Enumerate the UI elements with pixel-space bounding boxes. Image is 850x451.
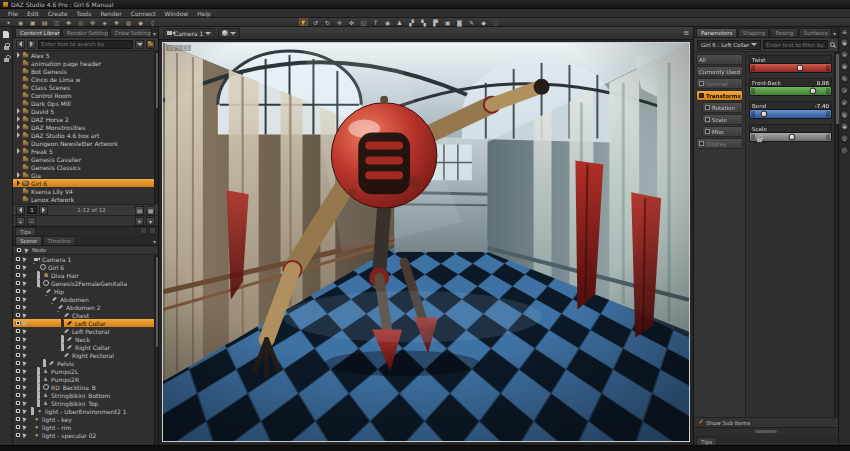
pointer-icon[interactable] — [22, 328, 27, 334]
show-sub-items-row[interactable]: ✓ Show Sub Items — [694, 417, 838, 427]
pane-split-button[interactable] — [140, 227, 147, 234]
group-currently-used[interactable]: Currently Used — [696, 66, 743, 77]
page-prev-button[interactable] — [16, 206, 25, 215]
activity-tab-icon-6[interactable]: ✔ — [840, 98, 849, 107]
eye-icon[interactable] — [15, 313, 21, 317]
scene-node-selected[interactable]: Left Collar — [13, 319, 158, 327]
scene-node[interactable]: light - rim — [13, 423, 158, 431]
slider-track[interactable] — [749, 109, 832, 119]
list-item[interactable]: Dungeon Newsletter Artwork — [13, 139, 158, 147]
pointer-icon[interactable] — [22, 352, 27, 358]
scene-node[interactable]: Pumps2R — [13, 375, 158, 383]
toolbar-icon-04[interactable]: ▤ — [40, 18, 49, 26]
expand-box-icon[interactable] — [699, 81, 704, 86]
splitter-bar[interactable] — [694, 427, 838, 435]
drawstyle-wireframe-icon[interactable]: ▚ — [419, 18, 428, 26]
list-item[interactable]: DAZ Studio 4.6 box art — [13, 131, 158, 139]
grid-view-icon[interactable]: ▦ — [146, 206, 155, 215]
universal-tool-icon[interactable]: ✜ — [347, 18, 356, 26]
toolbar-icon-10[interactable]: ❖ — [112, 18, 121, 26]
scene-node[interactable]: StringBikini_Top — [13, 399, 158, 407]
slider-track[interactable] — [749, 63, 832, 73]
eye-icon[interactable] — [15, 321, 21, 325]
list-item[interactable]: Ksenia Lily V4 — [13, 187, 158, 195]
pointer-tool-icon[interactable] — [299, 18, 308, 26]
menu-help[interactable]: Help — [193, 9, 215, 18]
remove-button[interactable]: − — [27, 217, 36, 226]
node-selection-dropdown[interactable]: Girl 6 : Left Collar — [697, 40, 761, 50]
lock-open-icon[interactable] — [4, 58, 9, 62]
toolbar-icon-02[interactable]: ◉ — [16, 18, 25, 26]
eye-icon[interactable] — [15, 257, 21, 261]
slider-handle[interactable] — [797, 65, 804, 72]
eye-icon[interactable] — [15, 433, 21, 437]
tab-parameters[interactable]: Parameters — [696, 28, 737, 37]
list-item[interactable]: Bot Genesis — [13, 67, 158, 75]
eye-icon[interactable] — [15, 369, 21, 373]
forward-button[interactable] — [27, 40, 36, 49]
camera-selector[interactable]: Camera 1 — [163, 28, 215, 38]
list-item[interactable]: Lenox Artwork — [13, 195, 158, 203]
aim-camera-icon[interactable]: ◌ — [491, 18, 500, 26]
checkbox-checked-icon[interactable]: ✓ — [698, 419, 704, 426]
pointer-icon[interactable] — [22, 368, 27, 374]
toolbar-icon-13[interactable]: ◊ — [148, 18, 157, 26]
spot-render-icon[interactable]: ◉ — [383, 18, 392, 26]
list-item[interactable]: Freak 5 — [13, 147, 158, 155]
activity-tab-icon-3[interactable]: ❖ — [840, 62, 849, 71]
parameters-panel-menu-icon[interactable]: ▾ — [833, 30, 836, 37]
figure-pose-icon[interactable]: ♟ — [395, 18, 404, 26]
toolbar-icon-01[interactable]: ✦ — [4, 18, 13, 26]
scene-node[interactable]: StringBikini_Bottom — [13, 391, 158, 399]
list-view-icon[interactable]: ▤ — [135, 206, 144, 215]
list-item[interactable]: Gia — [13, 171, 158, 179]
eye-icon[interactable] — [15, 425, 21, 429]
list-item[interactable]: David 5 — [13, 107, 158, 115]
list-item[interactable]: Dark Ops Mill — [13, 99, 158, 107]
scene-node[interactable]: Genesis2FemaleGenitalia — [13, 279, 158, 287]
activity-tab-icon-1[interactable]: ◉ — [840, 38, 849, 47]
eye-icon[interactable] — [15, 361, 21, 365]
group-general[interactable]: General — [696, 78, 743, 89]
menu-window[interactable]: Window — [161, 9, 193, 18]
eye-icon[interactable] — [15, 273, 21, 277]
scene-node[interactable]: Right Collar — [13, 343, 158, 351]
activity-tab-icon-8[interactable]: ✚ — [840, 122, 849, 131]
menu-create[interactable]: Create — [44, 9, 72, 18]
expand-box-icon[interactable] — [705, 105, 710, 110]
scrollbar[interactable] — [154, 51, 158, 204]
scene-node[interactable]: Right Pectoral — [13, 351, 158, 359]
search-dropdown-icon[interactable] — [135, 40, 144, 49]
restore-pose-icon[interactable]: ◙ — [455, 18, 464, 26]
pointer-icon[interactable] — [22, 400, 27, 406]
rotate-ccw-tool-icon[interactable]: ↺ — [311, 18, 320, 26]
eye-icon[interactable] — [15, 385, 21, 389]
pointer-icon[interactable] — [22, 424, 27, 430]
scene-node[interactable]: Pelvis — [13, 359, 158, 367]
eye-icon[interactable] — [15, 329, 21, 333]
pointer-icon[interactable] — [22, 392, 27, 398]
list-item[interactable]: Cinco de Lima w — [13, 75, 158, 83]
scene-node[interactable]: Abdomen 2 — [13, 303, 158, 311]
gear-icon[interactable]: ✳ — [135, 217, 144, 226]
expand-box-icon[interactable] — [699, 93, 704, 98]
scene-node[interactable]: light - key — [13, 415, 158, 423]
scene-node[interactable]: Camera 1 — [13, 255, 158, 263]
scene-node[interactable]: light - UberEnvironment2 1 — [13, 407, 158, 415]
group-misc[interactable]: Misc — [702, 126, 743, 137]
eye-icon[interactable] — [15, 401, 21, 405]
pointer-icon[interactable] — [22, 344, 27, 350]
tab-posing[interactable]: Posing — [770, 28, 797, 37]
scene-node[interactable]: Hip — [13, 287, 158, 295]
list-item-selected[interactable]: Girl 6 — [13, 179, 158, 187]
toolbar-icon-05[interactable]: ◫ — [52, 18, 61, 26]
filter-input[interactable] — [763, 40, 828, 49]
eye-icon[interactable] — [15, 409, 21, 413]
toolbar-icon-08[interactable]: ✜ — [88, 18, 97, 26]
panel-menu-icon[interactable]: ▾ — [153, 30, 156, 37]
translate-tool-icon[interactable]: ✛ — [335, 18, 344, 26]
back-button[interactable] — [16, 40, 25, 49]
menu-file[interactable]: File — [4, 9, 22, 18]
list-item[interactable]: DAZ Horse 2 — [13, 115, 158, 123]
pointer-icon[interactable] — [22, 336, 27, 342]
